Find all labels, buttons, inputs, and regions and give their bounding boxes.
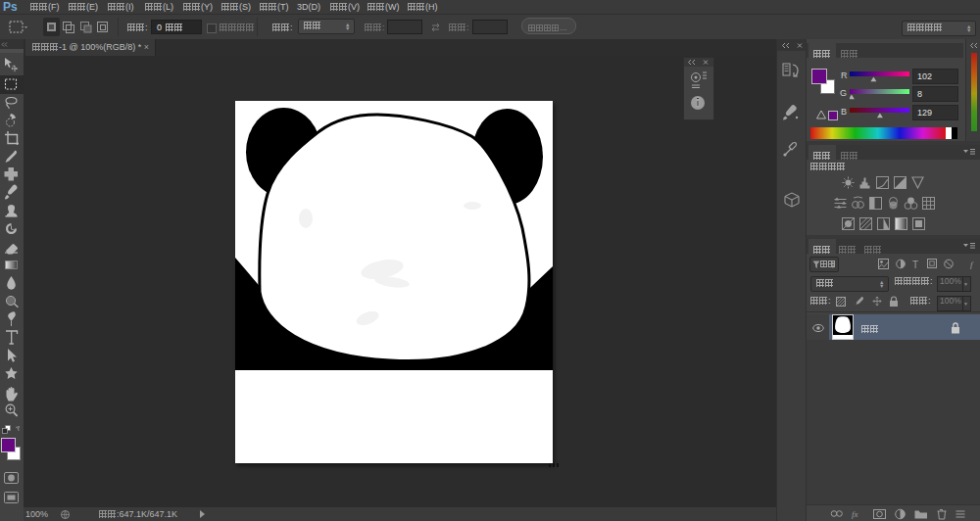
svg-text:T: T [912,260,918,270]
svg-text:fx: fx [852,509,858,519]
svg-text:f: f [970,260,974,269]
